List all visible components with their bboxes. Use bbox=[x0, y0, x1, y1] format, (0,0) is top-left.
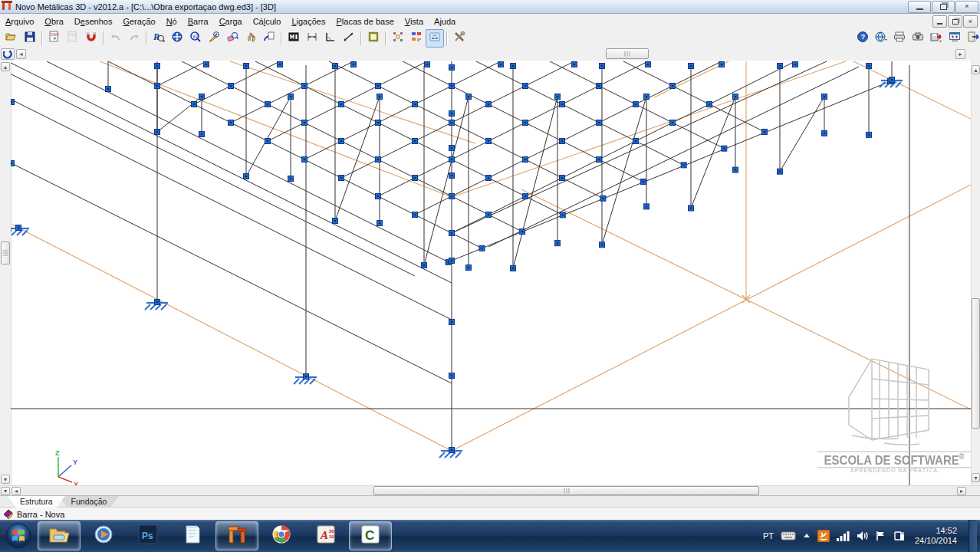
globe-button[interactable] bbox=[872, 29, 890, 48]
dim-small-button[interactable] bbox=[303, 29, 321, 48]
magnet-button[interactable] bbox=[82, 29, 100, 48]
network-icon[interactable] bbox=[893, 531, 905, 542]
scroll-left-arrow[interactable]: ◂ bbox=[16, 49, 26, 59]
svg-text:Z: Z bbox=[55, 449, 60, 457]
menu-carga[interactable]: Carga bbox=[214, 15, 248, 28]
right-scrollbar-thumb[interactable] bbox=[972, 298, 980, 429]
menu-n-[interactable]: Nó bbox=[161, 15, 183, 28]
help-button[interactable]: ? bbox=[853, 29, 872, 48]
taskbar-app-chrome[interactable] bbox=[260, 521, 303, 550]
start-button[interactable] bbox=[0, 520, 37, 552]
scroll-down-arrow-right[interactable]: ▾ bbox=[972, 473, 980, 482]
angle-icon bbox=[324, 31, 337, 46]
zoom-real-button[interactable]: R bbox=[150, 29, 168, 48]
snap-grid-button[interactable] bbox=[389, 29, 407, 48]
hidden-icons-arrow[interactable] bbox=[803, 533, 811, 539]
scroll-down-arrow[interactable]: ▾ bbox=[1, 475, 10, 484]
zoom-x2-button[interactable]: x2 bbox=[186, 29, 205, 48]
dim-toggle-button[interactable] bbox=[426, 29, 444, 48]
zoom-erase-button[interactable] bbox=[223, 29, 242, 48]
taskbar-app-media-player[interactable] bbox=[82, 521, 125, 550]
scroll-right-arrow[interactable]: ▸ bbox=[955, 49, 965, 59]
tools-button[interactable] bbox=[450, 29, 469, 48]
scroll-up-arrow-right[interactable]: ▴ bbox=[972, 65, 980, 74]
signal-strength-icon[interactable] bbox=[837, 531, 850, 541]
menu-barra[interactable]: Barra bbox=[183, 15, 214, 28]
redo-icon bbox=[128, 31, 140, 46]
levels-button[interactable] bbox=[284, 29, 303, 48]
frame-square-button[interactable] bbox=[364, 29, 383, 48]
dwg-export-button[interactable]: DWG bbox=[64, 29, 82, 48]
menu-ajuda[interactable]: Ajuda bbox=[429, 15, 461, 28]
menu-placas-de-base[interactable]: Placas de base bbox=[331, 15, 399, 28]
zoom-real-icon: R bbox=[153, 31, 165, 46]
menu-c-lculo[interactable]: Cálculo bbox=[248, 15, 287, 28]
chrome-icon bbox=[271, 524, 292, 548]
dwg-import-button[interactable]: DWG bbox=[45, 29, 64, 48]
mdi-minimize-button[interactable] bbox=[932, 15, 947, 28]
save-export-button[interactable] bbox=[927, 29, 945, 48]
bottom-scroll-right-arrow[interactable]: ▸ bbox=[957, 487, 966, 495]
zoom-window-button[interactable] bbox=[205, 29, 223, 48]
open-button[interactable] bbox=[2, 29, 21, 48]
left-scrollbar-thumb[interactable] bbox=[1, 242, 10, 264]
screens-icon bbox=[949, 31, 961, 46]
action-center-flag-icon[interactable] bbox=[876, 531, 886, 541]
screens-button[interactable] bbox=[945, 29, 964, 48]
tools-icon bbox=[453, 31, 465, 46]
scroll-up-arrow[interactable]: ▴ bbox=[1, 62, 10, 71]
measure-button[interactable] bbox=[340, 29, 358, 48]
save-button[interactable] bbox=[21, 29, 39, 48]
right-scrollbar[interactable]: ▴ ▾ bbox=[971, 61, 980, 485]
minimize-button[interactable] bbox=[908, 1, 931, 13]
zoom-extents-button[interactable] bbox=[168, 29, 186, 48]
taskbar-app-metalicas[interactable] bbox=[215, 521, 258, 550]
angle-button[interactable] bbox=[321, 29, 340, 48]
taskbar-app-photoshop[interactable]: Ps bbox=[127, 521, 169, 550]
menu-arquivo[interactable]: Arquivo bbox=[0, 15, 39, 28]
redo-button[interactable] bbox=[125, 29, 143, 48]
drawing-area: ▴ ▾ ZYX ▴ ▾ bbox=[0, 61, 980, 485]
sheet-tabs: EstruturaFundação bbox=[0, 495, 980, 508]
menu-obra[interactable]: Obra bbox=[39, 15, 68, 28]
model-canvas[interactable]: ZYX bbox=[11, 61, 971, 485]
bottom-scrollbar-thumb[interactable] bbox=[373, 486, 759, 495]
left-scrollbar[interactable]: ▴ ▾ bbox=[0, 61, 12, 485]
metalicas-icon bbox=[226, 524, 248, 548]
volume-icon[interactable] bbox=[857, 531, 869, 541]
top-scrollbar-thumb[interactable] bbox=[606, 48, 649, 59]
grid-color-button[interactable] bbox=[407, 29, 426, 48]
menu-desenhos[interactable]: Desenhos bbox=[69, 15, 118, 28]
keyboard-icon[interactable] bbox=[781, 531, 796, 541]
svg-text:x2: x2 bbox=[192, 34, 199, 39]
exit-button[interactable] bbox=[964, 29, 980, 48]
menu-vista[interactable]: Vista bbox=[400, 15, 429, 28]
clock[interactable]: 14:52 24/10/2014 bbox=[915, 526, 957, 546]
show-desktop-button[interactable] bbox=[968, 520, 977, 552]
status-tool-icon bbox=[2, 509, 14, 520]
frame-square-icon bbox=[367, 31, 380, 46]
taskbar-app-explorer[interactable] bbox=[38, 521, 81, 550]
undo-button[interactable] bbox=[107, 29, 125, 48]
mdi-restore-button[interactable] bbox=[948, 15, 962, 28]
taskbar-app-notepad[interactable] bbox=[171, 521, 214, 550]
tab-estrutura[interactable]: Estrutura bbox=[8, 496, 65, 508]
pan-button[interactable] bbox=[242, 29, 260, 48]
mdi-close-button[interactable]: × bbox=[963, 15, 978, 28]
close-button[interactable]: × bbox=[955, 1, 978, 13]
rotate-view-button[interactable] bbox=[1, 48, 15, 60]
zoom-previous-button[interactable] bbox=[260, 29, 278, 48]
tab-fundao[interactable]: Fundação bbox=[59, 496, 120, 508]
capture-button[interactable] bbox=[909, 29, 927, 48]
bottom-scroll-left-arrow[interactable]: ◂ bbox=[12, 487, 21, 495]
restore-button[interactable] bbox=[932, 1, 955, 13]
java-update-icon[interactable] bbox=[817, 530, 830, 542]
taskbar-app-autocad[interactable]: A2010 bbox=[304, 521, 347, 550]
save-icon bbox=[24, 31, 36, 46]
pane-down-arrow[interactable]: ▾ bbox=[1, 487, 10, 495]
menu-liga-es[interactable]: Ligações bbox=[286, 15, 331, 28]
language-indicator[interactable]: PT bbox=[763, 531, 774, 540]
taskbar-app-camtasia[interactable]: C bbox=[349, 521, 392, 550]
print-button[interactable] bbox=[890, 29, 909, 48]
menu-gera-o[interactable]: Geração bbox=[117, 15, 160, 28]
